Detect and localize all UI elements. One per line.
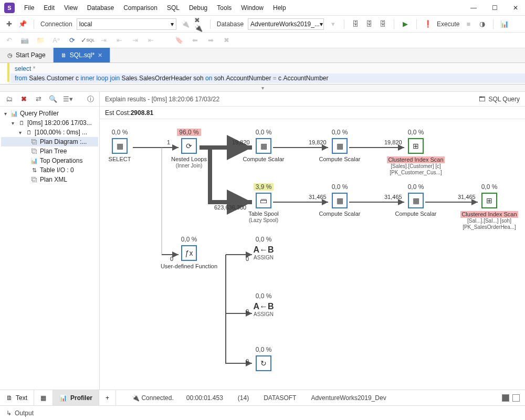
est-cost-bar: Est Cost: 2908.81 (100, 107, 525, 119)
pin-icon[interactable]: 📌 (18, 19, 27, 29)
spool-icon: 🗃 (256, 193, 271, 208)
status-host: DATASOFT (261, 394, 298, 402)
menu-database[interactable]: Database (83, 2, 118, 14)
camera-icon: 📷 (20, 36, 29, 45)
node-clustered-scan-1[interactable]: 0,0 % ⊞ Clustered Index Scan [Sales].[Cu… (387, 129, 445, 176)
execute-label[interactable]: Execute (437, 20, 459, 28)
tab-sql[interactable]: 🗎 SQL.sql* ✕ (54, 48, 110, 62)
node-compute-scalar-2[interactable]: 0,0 % ▦ Compute Scalar (311, 129, 369, 163)
node-udf[interactable]: 0,0 % ƒx User-defined Function (160, 236, 218, 270)
output-bar[interactable]: ↳ Output (0, 405, 525, 420)
tree-run-node[interactable]: ▾🗒[100,00% : 0ms] ... (1, 128, 98, 137)
profiler-toolbar: 🗂 ✖ ⇄ 🔍 ☰▾ ⓘ (0, 92, 99, 107)
compute-icon: ▦ (332, 138, 348, 154)
storage2-icon[interactable]: 🗄 (364, 19, 374, 29)
bottom-tab-profiler[interactable]: 📊Profiler (53, 390, 99, 405)
bottom-tab-data[interactable]: ▦ (34, 390, 53, 405)
refresh-icon[interactable]: ⟳ (67, 36, 77, 45)
connection-label: Connection (40, 20, 72, 28)
menu-sql[interactable]: SQL (163, 2, 184, 14)
tree-style-icon[interactable]: 🗂 (4, 94, 14, 104)
tab-start-page[interactable]: ◷ Start Page (0, 48, 54, 62)
node-compute-scalar-3[interactable]: 0,0 % ▦ Compute Scalar (311, 183, 369, 217)
storage1-icon[interactable]: 🗄 (351, 19, 360, 29)
clear-bookmark-icon: ✖ (222, 36, 231, 45)
mark-icon[interactable]: ◑ (477, 19, 487, 29)
sql-query-button[interactable]: 🗔 SQL Query (479, 96, 520, 103)
status-connection: 🔌 Connected. (132, 394, 174, 402)
stop-warn-icon[interactable]: ❗ (423, 19, 433, 29)
menu-view[interactable]: View (60, 2, 82, 14)
connect-icon: 🔌 (181, 19, 190, 29)
node-nested-loops[interactable]: 96,0 % ⟳ Nested Loops (Inner Join) (160, 129, 218, 169)
select-icon: ▦ (112, 138, 128, 154)
minimize-button[interactable]: ― (468, 4, 479, 12)
node-last[interactable]: 0,0 % ↻ (235, 346, 292, 373)
main-toolbar: ✚ 📌 Connection local▾ 🔌 ✖🔌 Database Adve… (0, 16, 525, 33)
maximize-button[interactable]: ☐ (489, 4, 500, 12)
tree-table-io[interactable]: ⇅Table I/O : 0 (1, 165, 98, 175)
menu-edit[interactable]: Edit (39, 2, 59, 14)
compute-icon: ▦ (408, 193, 424, 208)
database-combo[interactable]: AdventureWorks2019_...▾ (248, 18, 324, 30)
tree-root[interactable]: ▾📊Query Profiler (1, 109, 98, 118)
info-icon[interactable]: ⓘ (86, 94, 95, 104)
next-bookmark-icon: ➡ (206, 36, 215, 45)
compare-icon[interactable]: ⇄ (34, 94, 43, 104)
window-buttons: ― ☐ ✕ (468, 4, 521, 12)
menu-tools[interactable]: Tools (213, 2, 236, 14)
menu-window[interactable]: Window (237, 2, 268, 14)
menu-file[interactable]: File (20, 2, 38, 14)
sql-editor[interactable]: select * from Sales.Customer c inner loo… (0, 63, 525, 85)
title-bar: S File Edit View Database Comparison SQL… (0, 0, 525, 16)
new-query-icon[interactable]: ✚ (4, 19, 14, 29)
disconnect-icon[interactable]: ✖🔌 (194, 19, 204, 29)
menu-debug[interactable]: Debug (185, 2, 212, 14)
document-tabs: ◷ Start Page 🗎 SQL.sql* ✕ (0, 48, 525, 63)
layout-toggle-1[interactable] (502, 394, 509, 402)
compute-icon: ▦ (332, 193, 348, 208)
db-action1-icon: ▾ (328, 19, 338, 29)
indent-icon: ⇥ (99, 36, 108, 45)
folder-icon: 📁 (36, 36, 45, 45)
check-sql-icon[interactable]: ✓SQL (83, 36, 92, 45)
profile-icon[interactable]: 📊 (500, 19, 509, 29)
tree-run[interactable]: ▾🗒[0ms] 18:20:06 17/03... (1, 118, 98, 128)
connection-combo[interactable]: local▾ (77, 18, 176, 30)
bottom-tab-add[interactable]: + (99, 390, 116, 405)
splitter-horizontal[interactable]: ▾ (0, 85, 525, 92)
return-icon: ↻ (256, 355, 271, 371)
close-button[interactable]: ✕ (510, 4, 521, 12)
bottom-bar: 🗎Text ▦ 📊Profiler + 🔌 Connected. 00:00:0… (0, 390, 525, 405)
run-icon[interactable]: ▶ (401, 19, 410, 29)
node-assign-1[interactable]: 0,0 % A←B ASSIGN (235, 236, 292, 261)
menu-help[interactable]: Help (269, 2, 290, 14)
tree-plan-diagram[interactable]: ⿻Plan Diagram :... (1, 137, 98, 146)
explain-header: Explain results - [0ms] 18:20:06 17/03/2… (100, 92, 525, 107)
layout-toggle-2[interactable] (512, 394, 520, 402)
node-compute-scalar-4[interactable]: 0,0 % ▦ Compute Scalar (387, 183, 445, 217)
delete-icon[interactable]: ✖ (19, 94, 28, 104)
database-label: Database (217, 20, 244, 28)
tree-plan-tree[interactable]: ⿻Plan Tree (1, 146, 98, 156)
node-select[interactable]: 0,0 % ▦ SELECT (100, 129, 149, 163)
tab-close-icon[interactable]: ✕ (98, 52, 102, 59)
node-compute-scalar-1[interactable]: 0,0 % ▦ Compute Scalar (235, 129, 292, 163)
tree-plan-xml[interactable]: ⿻Plan XML (1, 175, 98, 184)
storage3-icon[interactable]: 🗄 (378, 19, 387, 29)
function-icon: ƒx (181, 245, 197, 261)
prev-bookmark-icon: ⬅ (190, 36, 200, 45)
menu-comparison[interactable]: Comparison (119, 2, 162, 14)
plan-panel: Explain results - [0ms] 18:20:06 17/03/2… (100, 92, 525, 390)
node-clustered-scan-2[interactable]: 0,0 % ⊞ Clustered Index Scan [Sal...].[S… (460, 183, 518, 230)
options-icon[interactable]: ☰▾ (63, 94, 72, 104)
tree-top-ops[interactable]: 📊Top Operations (1, 156, 98, 165)
text-icon: 🗎 (6, 394, 13, 402)
bookmark-icon: 🔖 (174, 36, 184, 45)
bottom-tab-text[interactable]: 🗎Text (0, 390, 34, 405)
node-table-spool[interactable]: 3,9 % 🗃 Table Spool (Lazy Spool) (235, 183, 292, 224)
node-assign-2[interactable]: 0,0 % A←B ASSIGN (235, 292, 292, 318)
zoom-icon[interactable]: 🔍 (48, 94, 58, 104)
plan-diagram[interactable]: 1 19,820 19,820 19,820 623,636,300 31,46… (100, 119, 525, 390)
app-logo: S (4, 3, 15, 13)
